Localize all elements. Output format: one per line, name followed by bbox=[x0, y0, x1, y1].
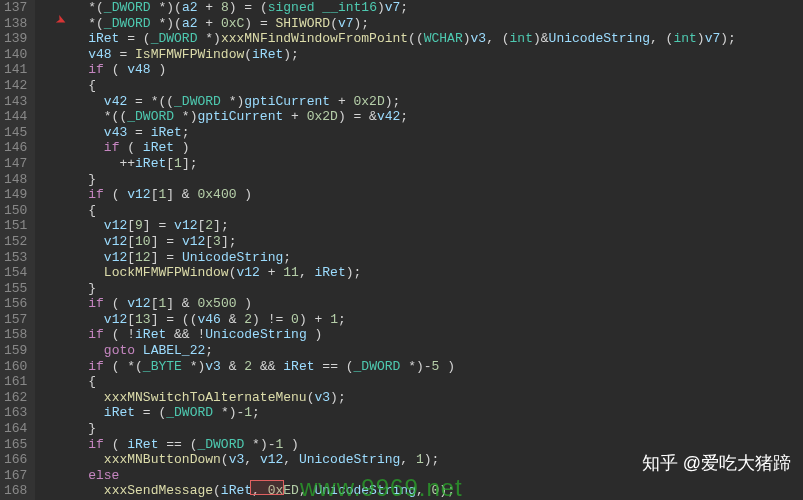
line-number: 139 bbox=[4, 31, 27, 47]
line-number: 155 bbox=[4, 281, 27, 297]
code-line[interactable]: } bbox=[41, 281, 735, 297]
line-number: 149 bbox=[4, 187, 27, 203]
code-line[interactable]: v12[9] = v12[2]; bbox=[41, 218, 735, 234]
code-editor: 1371381391401411421431441451461471481491… bbox=[0, 0, 803, 500]
code-line[interactable]: xxxMNButtonDown(v3, v12, UnicodeString, … bbox=[41, 452, 735, 468]
line-number: 146 bbox=[4, 140, 27, 156]
code-line[interactable]: xxxMNSwitchToAlternateMenu(v3); bbox=[41, 390, 735, 406]
line-number: 156 bbox=[4, 296, 27, 312]
line-number: 163 bbox=[4, 405, 27, 421]
code-line[interactable]: v43 = iRet; bbox=[41, 125, 735, 141]
line-number: 168 bbox=[4, 483, 27, 499]
line-number: 147 bbox=[4, 156, 27, 172]
line-number: 166 bbox=[4, 452, 27, 468]
line-number: 151 bbox=[4, 218, 27, 234]
line-number: 159 bbox=[4, 343, 27, 359]
line-number: 165 bbox=[4, 437, 27, 453]
line-number: 148 bbox=[4, 172, 27, 188]
line-number: 153 bbox=[4, 250, 27, 266]
line-number: 161 bbox=[4, 374, 27, 390]
code-line[interactable]: LockMFMWFPWindow(v12 + 11, iRet); bbox=[41, 265, 735, 281]
line-number: 158 bbox=[4, 327, 27, 343]
code-line[interactable]: } bbox=[41, 421, 735, 437]
code-line[interactable]: if ( v48 ) bbox=[41, 62, 735, 78]
line-number: 141 bbox=[4, 62, 27, 78]
line-number: 145 bbox=[4, 125, 27, 141]
line-number: 137 bbox=[4, 0, 27, 16]
code-line[interactable]: if ( !iRet && !UnicodeString ) bbox=[41, 327, 735, 343]
code-line[interactable]: iRet = (_DWORD *)-1; bbox=[41, 405, 735, 421]
line-number: 154 bbox=[4, 265, 27, 281]
code-line[interactable]: if ( *(_BYTE *)v3 & 2 && iRet == (_DWORD… bbox=[41, 359, 735, 375]
line-number: 150 bbox=[4, 203, 27, 219]
code-line[interactable]: { bbox=[41, 374, 735, 390]
code-line[interactable]: { bbox=[41, 78, 735, 94]
code-area[interactable]: *(_DWORD *)(a2 + 8) = (signed __int16)v7… bbox=[35, 0, 735, 500]
url-watermark: www.9969.net bbox=[300, 480, 463, 496]
code-line[interactable]: *(_DWORD *)(a2 + 8) = (signed __int16)v7… bbox=[41, 0, 735, 16]
code-line[interactable]: if ( v12[1] & 0x400 ) bbox=[41, 187, 735, 203]
line-number: 162 bbox=[4, 390, 27, 406]
line-number: 142 bbox=[4, 78, 27, 94]
code-line[interactable]: goto LABEL_22; bbox=[41, 343, 735, 359]
code-line[interactable]: if ( iRet == (_DWORD *)-1 ) bbox=[41, 437, 735, 453]
code-line[interactable]: *((_DWORD *)gptiCurrent + 0x2D) = &v42; bbox=[41, 109, 735, 125]
line-number: 157 bbox=[4, 312, 27, 328]
line-number: 167 bbox=[4, 468, 27, 484]
line-number-gutter: 1371381391401411421431441451461471481491… bbox=[0, 0, 35, 500]
line-number: 160 bbox=[4, 359, 27, 375]
code-line[interactable]: { bbox=[41, 203, 735, 219]
line-number: 152 bbox=[4, 234, 27, 250]
code-line[interactable]: v42 = *((_DWORD *)gptiCurrent + 0x2D); bbox=[41, 94, 735, 110]
code-line[interactable]: v12[13] = ((v46 & 2) != 0) + 1; bbox=[41, 312, 735, 328]
line-number: 164 bbox=[4, 421, 27, 437]
code-line[interactable]: iRet = (_DWORD *)xxxMNFindWindowFromPoin… bbox=[41, 31, 735, 47]
code-line[interactable]: v12[10] = v12[3]; bbox=[41, 234, 735, 250]
line-number: 144 bbox=[4, 109, 27, 125]
line-number: 143 bbox=[4, 94, 27, 110]
code-line[interactable]: v48 = IsMFMWFPWindow(iRet); bbox=[41, 47, 735, 63]
code-line[interactable]: if ( iRet ) bbox=[41, 140, 735, 156]
code-line[interactable]: v12[12] = UnicodeString; bbox=[41, 250, 735, 266]
zhihu-watermark: 知乎 @爱吃大猪蹄 bbox=[642, 456, 791, 472]
line-number: 138 bbox=[4, 16, 27, 32]
line-number: 140 bbox=[4, 47, 27, 63]
code-line[interactable]: if ( v12[1] & 0x500 ) bbox=[41, 296, 735, 312]
code-line[interactable]: *(_DWORD *)(a2 + 0xC) = SHIWORD(v7); bbox=[41, 16, 735, 32]
code-line[interactable]: } bbox=[41, 172, 735, 188]
code-line[interactable]: ++iRet[1]; bbox=[41, 156, 735, 172]
